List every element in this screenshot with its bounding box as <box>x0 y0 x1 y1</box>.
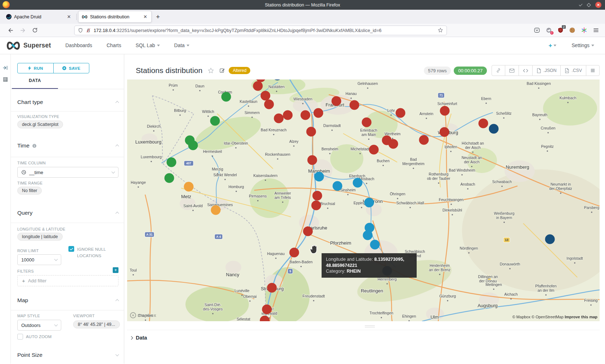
url-bar[interactable]: 172.18.0.4:32251/superset/explore/?form_… <box>74 26 447 35</box>
scatter-point[interactable] <box>264 100 274 109</box>
embed-code-button[interactable] <box>519 65 533 76</box>
chart-menu-button[interactable] <box>586 65 600 76</box>
reload-button[interactable] <box>29 27 41 33</box>
map-style-select[interactable]: Outdoors <box>17 320 61 331</box>
scatter-point[interactable] <box>389 139 398 149</box>
menu-hamburger-icon[interactable] <box>593 27 599 33</box>
scatter-point[interactable] <box>363 231 373 240</box>
scatter-point[interactable] <box>221 92 231 102</box>
pocket-icon[interactable] <box>534 27 540 33</box>
time-range-pill[interactable]: No filter <box>17 187 42 195</box>
back-button[interactable] <box>4 27 17 33</box>
window-minimize-icon[interactable] <box>579 3 583 6</box>
scatter-point[interactable] <box>312 201 321 210</box>
window-maximize-icon[interactable] <box>587 3 591 7</box>
improve-map-link[interactable]: Improve this map <box>565 315 597 319</box>
save-button[interactable]: SAVE <box>53 63 89 73</box>
section-point-size[interactable]: Point Size <box>17 352 118 358</box>
tab-apache-druid[interactable]: Apache Druid ✕ <box>3 11 75 23</box>
viewport-pill[interactable]: 8° 46' 45.28" | 49... <box>73 320 120 328</box>
section-query[interactable]: Query <box>17 210 118 216</box>
tab-close-icon[interactable]: ✕ <box>66 14 72 19</box>
deckgl-map[interactable]: 407A 31A 4571132PrümDaunCochemNastättenK… <box>127 79 600 321</box>
dataset-grid-icon[interactable] <box>3 77 8 82</box>
section-map[interactable]: Map <box>17 297 118 304</box>
scatter-point[interactable] <box>313 191 322 201</box>
forward-button[interactable] <box>17 27 29 33</box>
panel-resize-handle[interactable] <box>365 324 375 328</box>
auto-zoom-checkbox[interactable] <box>17 334 23 340</box>
tracking-shield-icon[interactable] <box>78 28 83 33</box>
scatter-point[interactable] <box>261 91 270 101</box>
tab-stations-distribution[interactable]: Stations distribution ✕ <box>78 11 152 23</box>
insecure-lock-icon[interactable] <box>86 28 91 33</box>
scatter-point[interactable] <box>290 248 299 258</box>
scatter-point[interactable] <box>314 108 323 118</box>
scatter-point[interactable] <box>301 110 310 120</box>
scatter-point[interactable] <box>167 158 176 167</box>
scatter-point[interactable] <box>333 181 342 191</box>
scatter-point[interactable] <box>165 173 174 183</box>
scatter-point[interactable] <box>283 110 293 120</box>
new-tab-button[interactable]: + <box>156 13 160 21</box>
scatter-point[interactable] <box>332 96 341 106</box>
scatter-point[interactable] <box>210 116 220 126</box>
nav-sql-lab[interactable]: SQL Lab <box>136 43 160 48</box>
viz-type-pill[interactable]: deck.gl Scatterplot <box>17 120 63 128</box>
section-time[interactable]: Time <box>17 142 118 149</box>
nav-charts[interactable]: Charts <box>107 43 121 48</box>
scatter-point[interactable] <box>306 127 316 137</box>
nav-data[interactable]: Data <box>174 43 189 48</box>
bookmark-star-icon[interactable] <box>438 27 443 33</box>
tab-close-icon[interactable]: ✕ <box>143 14 148 19</box>
scatter-point[interactable] <box>419 135 429 145</box>
cookie-extension-icon[interactable] <box>569 27 575 33</box>
scatter-point[interactable] <box>274 114 284 123</box>
export-csv-button[interactable]: .CSV <box>560 65 586 76</box>
scatter-point[interactable] <box>314 172 324 182</box>
mapbox-logo[interactable]: ✶ mapbox <box>130 312 156 318</box>
scatter-point[interactable] <box>267 283 277 293</box>
scatter-point[interactable] <box>364 198 374 208</box>
scatter-point[interactable] <box>396 108 405 118</box>
ignore-null-checkbox[interactable] <box>68 246 74 252</box>
add-filter-plus-button[interactable]: + <box>113 267 118 273</box>
privacy-extension-icon[interactable]: ✕ <box>546 27 552 33</box>
scatter-point[interactable] <box>260 316 270 322</box>
run-button[interactable]: RUN <box>18 63 53 73</box>
tab-data[interactable]: DATA <box>17 78 118 83</box>
data-results-section[interactable]: Data <box>127 330 600 341</box>
edit-title-icon[interactable] <box>219 68 225 73</box>
collapse-panel-icon[interactable] <box>3 65 8 70</box>
add-filter-box[interactable]: + Add filter <box>17 275 118 286</box>
scatter-point[interactable] <box>184 182 194 192</box>
scatter-point[interactable] <box>489 124 499 134</box>
scatter-point[interactable] <box>350 100 359 110</box>
row-limit-select[interactable]: 10000 <box>17 254 61 265</box>
lonlat-pill[interactable]: longitude | latitude <box>17 233 63 241</box>
email-button[interactable] <box>505 65 519 76</box>
scatter-point[interactable] <box>362 118 372 127</box>
scatter-point[interactable] <box>211 205 221 215</box>
export-json-button[interactable]: .JSON <box>532 65 561 76</box>
settings-menu[interactable]: Settings <box>572 43 594 48</box>
scatter-point[interactable] <box>353 178 363 188</box>
scatter-point[interactable] <box>369 145 379 155</box>
superset-logo[interactable] <box>6 41 21 51</box>
time-column-select[interactable]: __time <box>17 167 118 178</box>
nav-dashboards[interactable]: Dashboards <box>66 43 92 48</box>
scatter-point[interactable] <box>188 141 198 150</box>
colorful-extension-icon[interactable] <box>581 27 587 33</box>
scatter-point[interactable] <box>262 305 272 314</box>
scatter-point[interactable] <box>253 81 263 91</box>
window-close-icon[interactable]: ✕ <box>595 2 601 8</box>
scatter-point[interactable] <box>440 106 450 116</box>
section-chart-type[interactable]: Chart type <box>17 99 118 105</box>
map-attribution[interactable]: © Mapbox © OpenStreetMap Improve this ma… <box>512 315 597 319</box>
share-link-button[interactable] <box>492 65 505 76</box>
scatter-point[interactable] <box>303 227 313 236</box>
scatter-point[interactable] <box>545 235 555 244</box>
adblock-shield-icon[interactable]: 2 <box>557 27 564 33</box>
scatter-point[interactable] <box>440 127 449 137</box>
scatter-point[interactable] <box>479 119 488 128</box>
